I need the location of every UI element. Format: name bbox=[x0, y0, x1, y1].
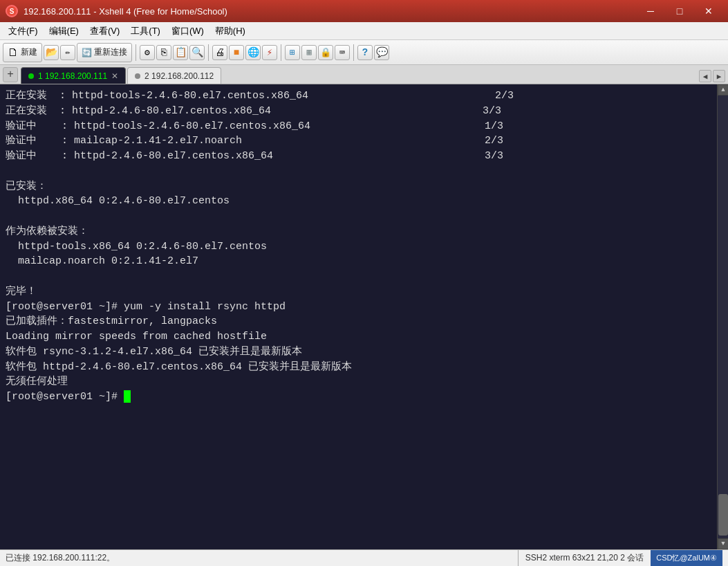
edit-button[interactable]: ✏️ bbox=[60, 45, 75, 60]
terminal-line-4: 验证中 : mailcap-2.1.41-2.el7.noarch 2/3 bbox=[6, 134, 711, 149]
terminal-line-19: 软件包 httpd-2.4.6-80.el7.centos.x86_64 已安装… bbox=[6, 360, 711, 375]
terminal-line-8: httpd.x86_64 0:2.4.6-80.el7.centos bbox=[6, 194, 711, 209]
terminal-line-16: 已加载插件：fastestmirror, langpacks bbox=[6, 314, 711, 329]
copy-button[interactable]: ⎘ bbox=[156, 45, 171, 60]
toolbar: 🗋 新建 📂 ✏️ 🔄 重新连接 ⚙ ⎘ 📋 🔍 🖨 ■ 🌐 ⚡ ⊞ ▦ 🔒 ⌨… bbox=[0, 40, 728, 65]
terminal-line-15: [root@server01 ~]# yum -y install rsync … bbox=[6, 300, 711, 315]
scroll-thumb[interactable] bbox=[718, 494, 728, 536]
menu-window[interactable]: 窗口(W) bbox=[166, 24, 209, 39]
highlight-button[interactable]: ■ bbox=[229, 45, 244, 60]
status-connection: 已连接 192.168.200.111:22。 bbox=[6, 552, 518, 564]
terminal-wrapper: 正在安装 : httpd-tools-2.4.6-80.el7.centos.x… bbox=[0, 84, 728, 549]
folder-button[interactable]: 📂 bbox=[44, 45, 59, 60]
tab-next-button[interactable]: ▶ bbox=[713, 70, 725, 82]
scrollbar[interactable]: ▲ ▼ bbox=[717, 84, 728, 549]
keyboard-button[interactable]: ⌨ bbox=[335, 45, 350, 60]
reconnect-icon: 🔄 bbox=[82, 48, 92, 57]
terminal-line-12: mailcap.noarch 0:2.1.41-2.el7 bbox=[6, 254, 711, 269]
terminal-line-17: Loading mirror speeds from cached hostfi… bbox=[6, 329, 711, 345]
status-right: SSH2 xterm 63x21 21,20 2 会话 CSD忆@ZalUM④ bbox=[518, 550, 722, 567]
bubble-button[interactable]: 💬 bbox=[374, 45, 389, 60]
terminal-line-14: 完毕！ bbox=[6, 284, 711, 300]
terminal-line-1: 正在安装 : httpd-tools-2.4.6-80.el7.centos.x… bbox=[6, 89, 711, 104]
tab-2[interactable]: 2 192.168.200.112 bbox=[127, 67, 221, 84]
terminal-line-5: 验证中 : httpd-2.4.6-80.el7.centos.x86_64 3… bbox=[6, 149, 711, 164]
terminal-line-20: 无须任何处理 bbox=[6, 374, 711, 390]
terminal-line-6 bbox=[6, 164, 711, 179]
terminal-line-10: 作为依赖被安装： bbox=[6, 224, 711, 239]
scroll-down-button[interactable]: ▼ bbox=[718, 538, 728, 549]
status-bar: 已连接 192.168.200.111:22。 SSH2 xterm 63x21… bbox=[0, 549, 728, 566]
menu-help[interactable]: 帮助(H) bbox=[209, 24, 251, 39]
menu-tools[interactable]: 工具(T) bbox=[125, 24, 166, 39]
new-label: 新建 bbox=[21, 46, 37, 58]
terminal-line-3: 验证中 : httpd-tools-2.4.6-80.el7.centos.x8… bbox=[6, 119, 711, 134]
add-tab-button[interactable]: + bbox=[3, 67, 18, 82]
menu-bar: 文件(F) 编辑(E) 查看(V) 工具(T) 窗口(W) 帮助(H) bbox=[0, 22, 728, 40]
lock-button[interactable]: 🔒 bbox=[318, 45, 333, 60]
terminal-line-18: 软件包 rsync-3.1.2-4.el7.x86_64 已安装并且是最新版本 bbox=[6, 345, 711, 360]
tab-1[interactable]: 1 192.168.200.111 ✕ bbox=[21, 67, 126, 84]
config-button[interactable]: ⚙ bbox=[140, 45, 155, 60]
reconnect-label: 重新连接 bbox=[94, 46, 127, 58]
separator-3 bbox=[281, 44, 281, 61]
print-button[interactable]: 🖨 bbox=[212, 45, 227, 60]
window-controls: ─ □ ✕ bbox=[637, 1, 722, 21]
terminal-line-9 bbox=[6, 209, 711, 224]
scroll-up-button[interactable]: ▲ bbox=[718, 84, 728, 95]
title-bar: S 192.168.200.111 - Xshell 4 (Free for H… bbox=[0, 0, 728, 22]
tab-bar: + 1 192.168.200.111 ✕ 2 192.168.200.112 … bbox=[0, 65, 728, 84]
tab-2-dot bbox=[135, 73, 140, 79]
help-button[interactable]: ? bbox=[357, 45, 373, 60]
maximize-button[interactable]: □ bbox=[666, 1, 693, 21]
menu-edit[interactable]: 编辑(E) bbox=[44, 24, 84, 39]
status-csd: CSD忆@ZalUM④ bbox=[651, 550, 722, 567]
grid-button[interactable]: ⊞ bbox=[285, 45, 300, 60]
minimize-button[interactable]: ─ bbox=[637, 1, 664, 21]
web-button[interactable]: 🌐 bbox=[245, 45, 261, 60]
tab-1-label: 1 192.168.200.111 bbox=[38, 71, 107, 81]
menu-view[interactable]: 查看(V) bbox=[84, 24, 125, 39]
status-ssh-info: SSH2 xterm 63x21 21,20 2 会话 bbox=[518, 550, 651, 567]
search-button[interactable]: 🔍 bbox=[189, 45, 205, 60]
window-title: 192.168.200.111 - Xshell 4 (Free for Hom… bbox=[24, 6, 637, 17]
paste-button[interactable]: 📋 bbox=[173, 45, 188, 60]
tab-1-close[interactable]: ✕ bbox=[111, 71, 118, 81]
disconnect-button[interactable]: ⚡ bbox=[262, 45, 277, 60]
separator-4 bbox=[353, 44, 354, 61]
terminal-cursor bbox=[124, 390, 131, 403]
tab-prev-button[interactable]: ◀ bbox=[699, 70, 711, 82]
terminal[interactable]: 正在安装 : httpd-tools-2.4.6-80.el7.centos.x… bbox=[0, 84, 717, 549]
terminal-line-11: httpd-tools.x86_64 0:2.4.6-80.el7.centos bbox=[6, 239, 711, 255]
separator-2 bbox=[208, 44, 209, 61]
tab-scroll-arrows: ◀ ▶ bbox=[699, 70, 725, 84]
reconnect-button[interactable]: 🔄 重新连接 bbox=[77, 43, 132, 62]
tab-2-label: 2 192.168.200.112 bbox=[144, 71, 214, 81]
terminal-line-13 bbox=[6, 269, 711, 284]
app-icon: S bbox=[6, 5, 18, 17]
terminal-line-21: [root@server01 ~]# bbox=[6, 390, 711, 405]
new-icon: 🗋 bbox=[8, 46, 19, 59]
close-button[interactable]: ✕ bbox=[695, 1, 722, 21]
grid2-button[interactable]: ▦ bbox=[301, 45, 317, 60]
terminal-line-7: 已安装： bbox=[6, 179, 711, 194]
terminal-line-2: 正在安装 : httpd-2.4.6-80.el7.centos.x86_64 … bbox=[6, 104, 711, 119]
tab-1-dot bbox=[28, 73, 34, 79]
new-button[interactable]: 🗋 新建 bbox=[3, 43, 42, 62]
separator-1 bbox=[136, 44, 136, 61]
menu-file[interactable]: 文件(F) bbox=[3, 24, 44, 39]
